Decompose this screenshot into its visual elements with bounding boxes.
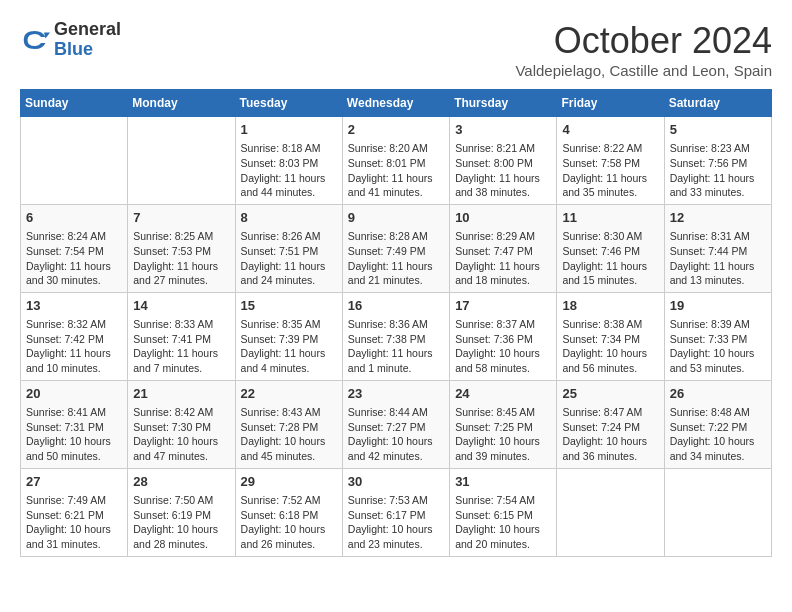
day-number: 12 — [670, 209, 766, 227]
cell-sun-info: Sunrise: 8:29 AMSunset: 7:47 PMDaylight:… — [455, 229, 551, 288]
day-number: 21 — [133, 385, 229, 403]
day-number: 10 — [455, 209, 551, 227]
day-number: 16 — [348, 297, 444, 315]
weekday-header-row: SundayMondayTuesdayWednesdayThursdayFrid… — [21, 90, 772, 117]
calendar-cell: 19Sunrise: 8:39 AMSunset: 7:33 PMDayligh… — [664, 292, 771, 380]
day-number: 24 — [455, 385, 551, 403]
cell-sun-info: Sunrise: 8:43 AMSunset: 7:28 PMDaylight:… — [241, 405, 337, 464]
cell-sun-info: Sunrise: 8:39 AMSunset: 7:33 PMDaylight:… — [670, 317, 766, 376]
cell-sun-info: Sunrise: 8:20 AMSunset: 8:01 PMDaylight:… — [348, 141, 444, 200]
calendar-cell: 16Sunrise: 8:36 AMSunset: 7:38 PMDayligh… — [342, 292, 449, 380]
day-number: 30 — [348, 473, 444, 491]
day-number: 23 — [348, 385, 444, 403]
cell-sun-info: Sunrise: 8:22 AMSunset: 7:58 PMDaylight:… — [562, 141, 658, 200]
cell-sun-info: Sunrise: 8:31 AMSunset: 7:44 PMDaylight:… — [670, 229, 766, 288]
weekday-header-friday: Friday — [557, 90, 664, 117]
calendar-cell: 29Sunrise: 7:52 AMSunset: 6:18 PMDayligh… — [235, 468, 342, 556]
day-number: 11 — [562, 209, 658, 227]
cell-sun-info: Sunrise: 8:41 AMSunset: 7:31 PMDaylight:… — [26, 405, 122, 464]
day-number: 20 — [26, 385, 122, 403]
cell-sun-info: Sunrise: 8:23 AMSunset: 7:56 PMDaylight:… — [670, 141, 766, 200]
calendar-cell — [21, 117, 128, 205]
calendar-cell: 5Sunrise: 8:23 AMSunset: 7:56 PMDaylight… — [664, 117, 771, 205]
calendar-cell: 28Sunrise: 7:50 AMSunset: 6:19 PMDayligh… — [128, 468, 235, 556]
cell-sun-info: Sunrise: 7:54 AMSunset: 6:15 PMDaylight:… — [455, 493, 551, 552]
calendar-cell: 18Sunrise: 8:38 AMSunset: 7:34 PMDayligh… — [557, 292, 664, 380]
day-number: 2 — [348, 121, 444, 139]
logo: General Blue — [20, 20, 121, 60]
weekday-header-monday: Monday — [128, 90, 235, 117]
calendar-cell: 6Sunrise: 8:24 AMSunset: 7:54 PMDaylight… — [21, 204, 128, 292]
calendar-cell: 17Sunrise: 8:37 AMSunset: 7:36 PMDayligh… — [450, 292, 557, 380]
logo-blue: Blue — [54, 40, 121, 60]
day-number: 14 — [133, 297, 229, 315]
day-number: 4 — [562, 121, 658, 139]
day-number: 5 — [670, 121, 766, 139]
calendar-cell: 11Sunrise: 8:30 AMSunset: 7:46 PMDayligh… — [557, 204, 664, 292]
logo-general: General — [54, 20, 121, 40]
calendar-cell: 8Sunrise: 8:26 AMSunset: 7:51 PMDaylight… — [235, 204, 342, 292]
day-number: 28 — [133, 473, 229, 491]
cell-sun-info: Sunrise: 8:33 AMSunset: 7:41 PMDaylight:… — [133, 317, 229, 376]
calendar-cell: 9Sunrise: 8:28 AMSunset: 7:49 PMDaylight… — [342, 204, 449, 292]
calendar-cell — [664, 468, 771, 556]
title-block: October 2024 Valdepielago, Castille and … — [515, 20, 772, 79]
day-number: 1 — [241, 121, 337, 139]
cell-sun-info: Sunrise: 8:37 AMSunset: 7:36 PMDaylight:… — [455, 317, 551, 376]
day-number: 22 — [241, 385, 337, 403]
weekday-header-tuesday: Tuesday — [235, 90, 342, 117]
month-title: October 2024 — [515, 20, 772, 62]
calendar-cell: 2Sunrise: 8:20 AMSunset: 8:01 PMDaylight… — [342, 117, 449, 205]
day-number: 25 — [562, 385, 658, 403]
cell-sun-info: Sunrise: 8:25 AMSunset: 7:53 PMDaylight:… — [133, 229, 229, 288]
calendar-cell: 26Sunrise: 8:48 AMSunset: 7:22 PMDayligh… — [664, 380, 771, 468]
week-row-4: 20Sunrise: 8:41 AMSunset: 7:31 PMDayligh… — [21, 380, 772, 468]
cell-sun-info: Sunrise: 8:48 AMSunset: 7:22 PMDaylight:… — [670, 405, 766, 464]
calendar-cell: 12Sunrise: 8:31 AMSunset: 7:44 PMDayligh… — [664, 204, 771, 292]
day-number: 31 — [455, 473, 551, 491]
cell-sun-info: Sunrise: 8:32 AMSunset: 7:42 PMDaylight:… — [26, 317, 122, 376]
cell-sun-info: Sunrise: 8:45 AMSunset: 7:25 PMDaylight:… — [455, 405, 551, 464]
day-number: 8 — [241, 209, 337, 227]
cell-sun-info: Sunrise: 8:42 AMSunset: 7:30 PMDaylight:… — [133, 405, 229, 464]
logo-icon — [20, 25, 50, 55]
cell-sun-info: Sunrise: 7:52 AMSunset: 6:18 PMDaylight:… — [241, 493, 337, 552]
calendar-cell: 14Sunrise: 8:33 AMSunset: 7:41 PMDayligh… — [128, 292, 235, 380]
day-number: 27 — [26, 473, 122, 491]
day-number: 6 — [26, 209, 122, 227]
cell-sun-info: Sunrise: 8:30 AMSunset: 7:46 PMDaylight:… — [562, 229, 658, 288]
cell-sun-info: Sunrise: 8:21 AMSunset: 8:00 PMDaylight:… — [455, 141, 551, 200]
calendar-cell: 25Sunrise: 8:47 AMSunset: 7:24 PMDayligh… — [557, 380, 664, 468]
page-header: General Blue October 2024 Valdepielago, … — [20, 20, 772, 79]
calendar-cell: 13Sunrise: 8:32 AMSunset: 7:42 PMDayligh… — [21, 292, 128, 380]
calendar-cell: 3Sunrise: 8:21 AMSunset: 8:00 PMDaylight… — [450, 117, 557, 205]
calendar-cell: 21Sunrise: 8:42 AMSunset: 7:30 PMDayligh… — [128, 380, 235, 468]
week-row-1: 1Sunrise: 8:18 AMSunset: 8:03 PMDaylight… — [21, 117, 772, 205]
calendar-cell: 7Sunrise: 8:25 AMSunset: 7:53 PMDaylight… — [128, 204, 235, 292]
cell-sun-info: Sunrise: 8:26 AMSunset: 7:51 PMDaylight:… — [241, 229, 337, 288]
cell-sun-info: Sunrise: 8:36 AMSunset: 7:38 PMDaylight:… — [348, 317, 444, 376]
weekday-header-wednesday: Wednesday — [342, 90, 449, 117]
calendar-cell: 24Sunrise: 8:45 AMSunset: 7:25 PMDayligh… — [450, 380, 557, 468]
calendar-cell: 30Sunrise: 7:53 AMSunset: 6:17 PMDayligh… — [342, 468, 449, 556]
week-row-3: 13Sunrise: 8:32 AMSunset: 7:42 PMDayligh… — [21, 292, 772, 380]
calendar-cell: 23Sunrise: 8:44 AMSunset: 7:27 PMDayligh… — [342, 380, 449, 468]
day-number: 13 — [26, 297, 122, 315]
day-number: 9 — [348, 209, 444, 227]
day-number: 17 — [455, 297, 551, 315]
calendar-cell: 22Sunrise: 8:43 AMSunset: 7:28 PMDayligh… — [235, 380, 342, 468]
cell-sun-info: Sunrise: 8:28 AMSunset: 7:49 PMDaylight:… — [348, 229, 444, 288]
day-number: 18 — [562, 297, 658, 315]
weekday-header-sunday: Sunday — [21, 90, 128, 117]
cell-sun-info: Sunrise: 8:44 AMSunset: 7:27 PMDaylight:… — [348, 405, 444, 464]
location: Valdepielago, Castille and Leon, Spain — [515, 62, 772, 79]
weekday-header-saturday: Saturday — [664, 90, 771, 117]
cell-sun-info: Sunrise: 8:38 AMSunset: 7:34 PMDaylight:… — [562, 317, 658, 376]
week-row-2: 6Sunrise: 8:24 AMSunset: 7:54 PMDaylight… — [21, 204, 772, 292]
calendar-cell: 10Sunrise: 8:29 AMSunset: 7:47 PMDayligh… — [450, 204, 557, 292]
day-number: 15 — [241, 297, 337, 315]
calendar-cell — [128, 117, 235, 205]
calendar-cell: 27Sunrise: 7:49 AMSunset: 6:21 PMDayligh… — [21, 468, 128, 556]
calendar-cell: 15Sunrise: 8:35 AMSunset: 7:39 PMDayligh… — [235, 292, 342, 380]
calendar-cell: 20Sunrise: 8:41 AMSunset: 7:31 PMDayligh… — [21, 380, 128, 468]
